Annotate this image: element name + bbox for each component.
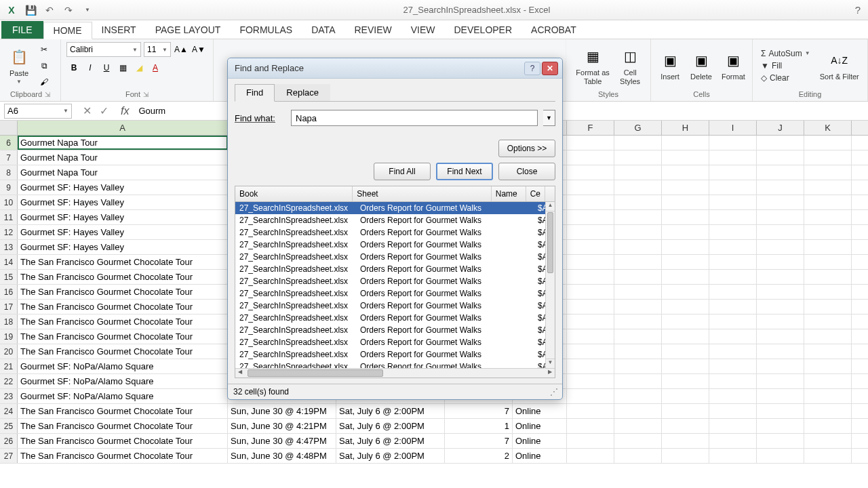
cell[interactable] [709,359,757,373]
row-header[interactable]: 26 [0,434,18,448]
font-color-icon[interactable]: A [148,61,163,75]
row-header[interactable]: 15 [0,270,18,284]
cell[interactable]: Gourmet SF: Hayes Valley [18,225,228,239]
column-header-I[interactable]: I [709,121,757,135]
cell[interactable]: Gourmet Napa Tour [18,165,228,180]
tab-developer[interactable]: DEVELOPER [444,21,521,39]
format-cells-button[interactable]: ▣Format [719,48,748,82]
cell[interactable] [757,210,804,224]
result-row[interactable]: 27_SearchInSpreadsheet.xlsxOrders Report… [235,263,555,275]
cell[interactable] [804,300,852,314]
column-header-J[interactable]: J [757,121,804,135]
cell[interactable] [757,434,804,448]
redo-icon[interactable]: ↷ [62,4,75,16]
result-row[interactable]: 27_SearchInSpreadsheet.xlsxOrders Report… [235,336,555,348]
dialog-title-bar[interactable]: Find and Replace ? ✕ [228,58,562,79]
cell[interactable] [662,165,709,180]
help-icon[interactable]: ? [854,4,868,16]
cell[interactable] [567,225,614,239]
cell[interactable] [662,314,709,329]
cell[interactable]: Sun, June 30 @ 4:48PM [228,449,336,463]
cell[interactable]: Sun, June 30 @ 4:19PM [228,404,336,418]
cell[interactable]: The San Francisco Gourmet Chocolate Tour [18,449,228,463]
hscroll-thumb[interactable] [248,369,383,377]
cell[interactable] [709,180,757,195]
cell[interactable] [662,449,709,463]
cell[interactable] [757,285,804,299]
cell[interactable]: The San Francisco Gourmet Chocolate Tour [18,419,228,433]
tab-file[interactable]: FILE [1,21,43,39]
tab-home[interactable]: HOME [43,22,92,39]
row-header[interactable]: 23 [0,389,18,403]
column-header-H[interactable]: H [662,121,709,135]
cell[interactable] [709,225,757,239]
cell[interactable] [709,270,757,284]
cell[interactable] [567,314,614,329]
tab-review[interactable]: REVIEW [344,21,401,39]
cell[interactable] [614,255,662,269]
cell[interactable] [614,314,662,329]
row-header[interactable]: 6 [0,136,18,150]
format-painter-icon[interactable]: 🖌 [37,75,52,89]
cell[interactable] [662,136,709,150]
find-next-button[interactable]: Find Next [436,163,493,180]
cell[interactable] [804,359,852,373]
result-row[interactable]: 27_SearchInSpreadsheet.xlsxOrders Report… [235,361,555,368]
cell[interactable] [709,300,757,314]
undo-icon[interactable]: ↶ [43,4,56,16]
cell[interactable] [567,419,614,433]
cell[interactable]: The San Francisco Gourmet Chocolate Tour [18,314,228,329]
resize-grip-icon[interactable]: ⋰ [550,387,557,396]
tab-page-layout[interactable]: PAGE LAYOUT [146,21,231,39]
cut-icon[interactable]: ✂ [37,43,52,56]
close-button[interactable]: Close [498,163,555,180]
cell[interactable] [567,195,614,209]
cell[interactable]: Gourmet SF: NoPa/Alamo Square [18,374,228,388]
format-as-table-button[interactable]: ▦ Format as Table [572,44,614,86]
cell[interactable] [757,329,804,344]
result-row[interactable]: 27_SearchInSpreadsheet.xlsxOrders Report… [235,312,555,324]
cell[interactable] [614,240,662,254]
cell[interactable] [662,270,709,284]
row-header[interactable]: 25 [0,419,18,433]
cell[interactable]: Sat, July 6 @ 2:00PM [336,404,445,418]
cell[interactable] [804,314,852,329]
cell[interactable] [804,285,852,299]
cell[interactable]: Gourmet SF: Hayes Valley [18,180,228,195]
cell[interactable] [757,150,804,165]
row-header[interactable]: 18 [0,314,18,329]
cell[interactable] [614,449,662,463]
cell[interactable] [567,210,614,224]
cell[interactable] [662,285,709,299]
cell[interactable] [614,225,662,239]
cell[interactable] [757,240,804,254]
cell[interactable] [804,150,852,165]
font-size-select[interactable]: 11▼ [144,42,171,57]
select-all-corner[interactable] [0,121,18,135]
row-header[interactable]: 7 [0,150,18,165]
cell[interactable] [614,136,662,150]
cell[interactable] [804,240,852,254]
cell[interactable] [804,270,852,284]
clipboard-launcher-icon[interactable]: ⇲ [45,91,50,98]
cell[interactable]: The San Francisco Gourmet Chocolate Tour [18,329,228,344]
paste-button[interactable]: 📋 Paste ▼ [5,45,33,86]
cell[interactable] [709,165,757,180]
cell[interactable] [567,344,614,359]
cell[interactable] [709,314,757,329]
fx-icon[interactable]: fx [115,105,134,117]
result-row[interactable]: 27_SearchInSpreadsheet.xlsxOrders Report… [235,275,555,287]
cell[interactable]: Sat, July 6 @ 2:00PM [336,449,445,463]
cell[interactable] [804,404,852,418]
result-row[interactable]: 27_SearchInSpreadsheet.xlsxOrders Report… [235,202,555,214]
cell[interactable] [757,404,804,418]
cell[interactable]: Sun, June 30 @ 4:47PM [228,434,336,448]
cell[interactable] [662,404,709,418]
cell[interactable]: Online [513,449,567,463]
cell[interactable] [567,270,614,284]
cell[interactable]: 7 [445,434,513,448]
cell[interactable]: Gourmet SF: Hayes Valley [18,240,228,254]
row-header[interactable]: 16 [0,285,18,299]
cell[interactable] [709,255,757,269]
cell[interactable] [709,150,757,165]
